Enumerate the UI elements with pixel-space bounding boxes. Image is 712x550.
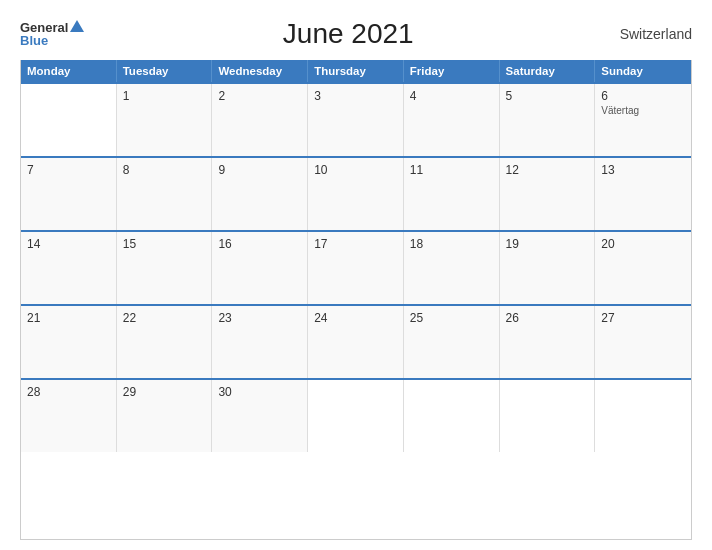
day-number: 23 bbox=[218, 311, 301, 325]
header-wednesday: Wednesday bbox=[212, 60, 308, 82]
calendar-title: June 2021 bbox=[84, 18, 612, 50]
day-number: 30 bbox=[218, 385, 301, 399]
day-number: 12 bbox=[506, 163, 589, 177]
calendar-cell: 30 bbox=[212, 380, 308, 452]
day-number: 9 bbox=[218, 163, 301, 177]
day-number: 18 bbox=[410, 237, 493, 251]
day-number: 22 bbox=[123, 311, 206, 325]
calendar-cell bbox=[308, 380, 404, 452]
calendar-cell: 15 bbox=[117, 232, 213, 304]
calendar-cell: 12 bbox=[500, 158, 596, 230]
country-label: Switzerland bbox=[612, 26, 692, 42]
calendar-week-3: 14151617181920 bbox=[21, 230, 691, 304]
calendar-cell bbox=[404, 380, 500, 452]
day-number: 3 bbox=[314, 89, 397, 103]
calendar-cell bbox=[500, 380, 596, 452]
calendar-cell: 23 bbox=[212, 306, 308, 378]
calendar-cell: 13 bbox=[595, 158, 691, 230]
calendar-cell: 26 bbox=[500, 306, 596, 378]
day-number: 4 bbox=[410, 89, 493, 103]
calendar-cell bbox=[595, 380, 691, 452]
day-number: 14 bbox=[27, 237, 110, 251]
calendar-cell: 16 bbox=[212, 232, 308, 304]
day-number: 16 bbox=[218, 237, 301, 251]
calendar-cell: 18 bbox=[404, 232, 500, 304]
header-sunday: Sunday bbox=[595, 60, 691, 82]
header-tuesday: Tuesday bbox=[117, 60, 213, 82]
day-number: 20 bbox=[601, 237, 685, 251]
calendar-week-5: 282930 bbox=[21, 378, 691, 452]
day-number: 21 bbox=[27, 311, 110, 325]
calendar-cell: 28 bbox=[21, 380, 117, 452]
header-saturday: Saturday bbox=[500, 60, 596, 82]
day-number: 17 bbox=[314, 237, 397, 251]
day-event: Vätertag bbox=[601, 105, 685, 116]
calendar-week-2: 78910111213 bbox=[21, 156, 691, 230]
day-number: 8 bbox=[123, 163, 206, 177]
calendar-cell: 6Vätertag bbox=[595, 84, 691, 156]
calendar-cell: 5 bbox=[500, 84, 596, 156]
logo: General Blue bbox=[20, 21, 84, 47]
calendar-cell: 2 bbox=[212, 84, 308, 156]
day-number: 27 bbox=[601, 311, 685, 325]
logo-triangle-icon bbox=[70, 20, 84, 32]
day-number: 10 bbox=[314, 163, 397, 177]
calendar-cell: 8 bbox=[117, 158, 213, 230]
calendar-cell: 4 bbox=[404, 84, 500, 156]
day-number: 2 bbox=[218, 89, 301, 103]
calendar-cell: 14 bbox=[21, 232, 117, 304]
day-number: 6 bbox=[601, 89, 685, 103]
day-number: 28 bbox=[27, 385, 110, 399]
calendar-cell: 1 bbox=[117, 84, 213, 156]
calendar-week-4: 21222324252627 bbox=[21, 304, 691, 378]
calendar: Monday Tuesday Wednesday Thursday Friday… bbox=[20, 60, 692, 540]
day-number: 25 bbox=[410, 311, 493, 325]
day-number: 29 bbox=[123, 385, 206, 399]
calendar-cell bbox=[21, 84, 117, 156]
day-number: 24 bbox=[314, 311, 397, 325]
calendar-cell: 29 bbox=[117, 380, 213, 452]
calendar-cell: 11 bbox=[404, 158, 500, 230]
calendar-cell: 25 bbox=[404, 306, 500, 378]
day-number: 13 bbox=[601, 163, 685, 177]
header-thursday: Thursday bbox=[308, 60, 404, 82]
calendar-cell: 10 bbox=[308, 158, 404, 230]
day-number: 15 bbox=[123, 237, 206, 251]
calendar-week-1: 123456Vätertag bbox=[21, 82, 691, 156]
calendar-cell: 7 bbox=[21, 158, 117, 230]
calendar-body: 123456Vätertag78910111213141516171819202… bbox=[21, 82, 691, 452]
calendar-cell: 22 bbox=[117, 306, 213, 378]
day-number: 5 bbox=[506, 89, 589, 103]
day-number: 19 bbox=[506, 237, 589, 251]
calendar-cell: 9 bbox=[212, 158, 308, 230]
day-number: 1 bbox=[123, 89, 206, 103]
calendar-cell: 3 bbox=[308, 84, 404, 156]
calendar-cell: 20 bbox=[595, 232, 691, 304]
calendar-cell: 24 bbox=[308, 306, 404, 378]
day-number: 11 bbox=[410, 163, 493, 177]
day-number: 26 bbox=[506, 311, 589, 325]
logo-blue-text: Blue bbox=[20, 34, 48, 47]
header-monday: Monday bbox=[21, 60, 117, 82]
calendar-cell: 19 bbox=[500, 232, 596, 304]
header: General Blue June 2021 Switzerland bbox=[20, 18, 692, 50]
calendar-cell: 17 bbox=[308, 232, 404, 304]
calendar-cell: 21 bbox=[21, 306, 117, 378]
header-friday: Friday bbox=[404, 60, 500, 82]
calendar-cell: 27 bbox=[595, 306, 691, 378]
calendar-page: General Blue June 2021 Switzerland Monda… bbox=[0, 0, 712, 550]
day-number: 7 bbox=[27, 163, 110, 177]
calendar-header-row: Monday Tuesday Wednesday Thursday Friday… bbox=[21, 60, 691, 82]
